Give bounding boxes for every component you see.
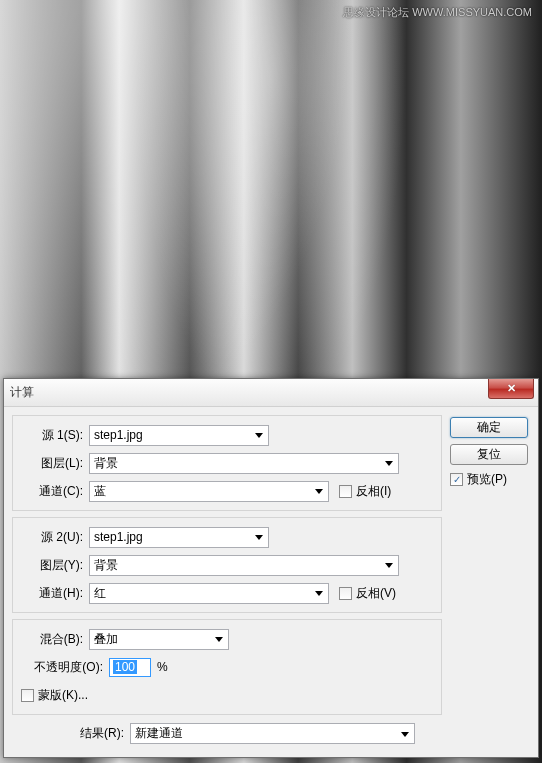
preview-label: 预览(P) [467,471,507,488]
checkbox-icon [339,485,352,498]
source2-file-value: step1.jpg [94,530,143,544]
source2-layer-value: 背景 [94,557,118,574]
source2-channel-select[interactable]: 红 [89,583,329,604]
checkbox-icon: ✓ [450,473,463,486]
titlebar[interactable]: 计算 ✕ [4,379,538,407]
blend-mode-value: 叠加 [94,631,118,648]
result-label: 结果(R): [12,725,130,742]
source2-channel-value: 红 [94,585,106,602]
reset-button[interactable]: 复位 [450,444,528,465]
source1-legend-label: 源 1(S): [21,427,89,444]
close-icon: ✕ [507,382,516,395]
opacity-value: 100 [113,660,137,674]
dialog-content: 源 1(S): step1.jpg 图层(L): 背景 通道(C): 蓝 反相(… [4,407,538,757]
opacity-label: 不透明度(O): [21,659,109,676]
source1-invert-label: 反相(I) [356,483,391,500]
source2-file-select[interactable]: step1.jpg [89,527,269,548]
mask-label: 蒙版(K)... [38,687,88,704]
mask-checkbox[interactable]: 蒙版(K)... [21,687,88,704]
blend-label: 混合(B): [21,631,89,648]
source1-channel-value: 蓝 [94,483,106,500]
source2-invert-checkbox[interactable]: 反相(V) [339,585,396,602]
result-row: 结果(R): 新建通道 [12,721,442,748]
dialog-title: 计算 [10,384,34,401]
source1-layer-select[interactable]: 背景 [89,453,399,474]
source1-invert-checkbox[interactable]: 反相(I) [339,483,391,500]
blend-mode-select[interactable]: 叠加 [89,629,229,650]
dialog-sidebar: 确定 复位 ✓ 预览(P) [450,417,528,488]
checkbox-icon [339,587,352,600]
opacity-input[interactable]: 100 [109,658,151,677]
source1-layer-label: 图层(L): [21,455,89,472]
source2-layer-select[interactable]: 背景 [89,555,399,576]
ok-button[interactable]: 确定 [450,417,528,438]
preview-checkbox[interactable]: ✓ 预览(P) [450,471,528,488]
source1-file-select[interactable]: step1.jpg [89,425,269,446]
calculations-dialog: 计算 ✕ 源 1(S): step1.jpg 图层(L): 背景 通道(C): … [3,378,539,758]
result-select[interactable]: 新建通道 [130,723,415,744]
checkbox-icon [21,689,34,702]
source1-fieldset: 源 1(S): step1.jpg 图层(L): 背景 通道(C): 蓝 反相(… [12,415,442,511]
watermark-top: 思缘设计论坛 WWW.MISSYUAN.COM [343,5,532,20]
source1-channel-select[interactable]: 蓝 [89,481,329,502]
source2-legend-label: 源 2(U): [21,529,89,546]
blending-fieldset: 混合(B): 叠加 不透明度(O): 100 % 蒙版(K)... [12,619,442,715]
source1-file-value: step1.jpg [94,428,143,442]
source1-layer-value: 背景 [94,455,118,472]
source2-channel-label: 通道(H): [21,585,89,602]
opacity-suffix: % [157,660,168,674]
source2-layer-label: 图层(Y): [21,557,89,574]
source2-fieldset: 源 2(U): step1.jpg 图层(Y): 背景 通道(H): 红 反相(… [12,517,442,613]
result-value: 新建通道 [135,725,183,742]
source2-invert-label: 反相(V) [356,585,396,602]
close-button[interactable]: ✕ [488,379,534,399]
source1-channel-label: 通道(C): [21,483,89,500]
